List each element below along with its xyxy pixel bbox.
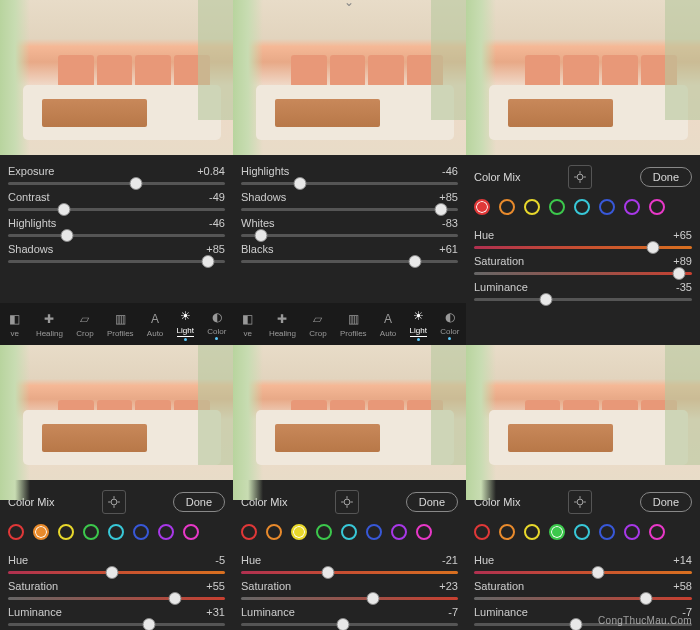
tool-auto[interactable]: A Auto — [147, 311, 163, 338]
highlights-slider[interactable] — [241, 182, 458, 185]
tool-light[interactable]: ☀ Light — [177, 308, 194, 341]
slider-thumb[interactable] — [434, 203, 447, 216]
target-adjust-button[interactable] — [335, 490, 359, 514]
hue-slider[interactable] — [8, 571, 225, 574]
tool-auto[interactable]: A Auto — [380, 311, 396, 338]
done-button[interactable]: Done — [640, 167, 692, 187]
slider-thumb[interactable] — [592, 566, 605, 579]
slider-thumb[interactable] — [201, 255, 214, 268]
done-button[interactable]: Done — [640, 492, 692, 512]
luminance-slider[interactable] — [474, 298, 692, 301]
slider-thumb[interactable] — [672, 267, 685, 280]
color-swatch[interactable] — [108, 524, 124, 540]
color-swatch[interactable] — [133, 524, 149, 540]
slider-thumb[interactable] — [640, 592, 653, 605]
slider-thumb[interactable] — [539, 293, 552, 306]
color-swatch[interactable] — [549, 524, 565, 540]
saturation-slider[interactable] — [241, 597, 458, 600]
color-swatch[interactable] — [158, 524, 174, 540]
slider-thumb[interactable] — [58, 203, 71, 216]
slider-thumb[interactable] — [130, 177, 143, 190]
color-swatch[interactable] — [58, 524, 74, 540]
saturation-slider[interactable] — [8, 597, 225, 600]
luminance-slider[interactable] — [241, 623, 458, 626]
preview-photo — [233, 345, 466, 480]
slider-thumb[interactable] — [106, 566, 119, 579]
tool-profiles[interactable]: ▥ Profiles — [107, 311, 134, 338]
color-swatch[interactable] — [574, 199, 590, 215]
done-button[interactable]: Done — [173, 492, 225, 512]
color-swatch[interactable] — [266, 524, 282, 540]
color-swatch[interactable] — [474, 524, 490, 540]
hue-slider[interactable] — [474, 571, 692, 574]
tool-healing[interactable]: ✚ Healing — [36, 311, 63, 338]
done-button[interactable]: Done — [406, 492, 458, 512]
color-swatch[interactable] — [83, 524, 99, 540]
target-adjust-button[interactable] — [568, 490, 592, 514]
color-swatch[interactable] — [241, 524, 257, 540]
hue-slider[interactable] — [474, 246, 692, 249]
tool-ve[interactable]: ◧ ve — [7, 311, 23, 338]
color-swatch[interactable] — [624, 199, 640, 215]
color-swatch[interactable] — [33, 524, 49, 540]
color-swatch[interactable] — [549, 199, 565, 215]
saturation-label: Saturation — [474, 580, 524, 592]
color-swatch[interactable] — [8, 524, 24, 540]
saturation-slider[interactable] — [474, 597, 692, 600]
color-swatch[interactable] — [599, 524, 615, 540]
target-adjust-button[interactable] — [102, 490, 126, 514]
whites-slider[interactable] — [241, 234, 458, 237]
color-swatch[interactable] — [649, 524, 665, 540]
slider-thumb[interactable] — [293, 177, 306, 190]
color-swatch[interactable] — [416, 524, 432, 540]
tool-color[interactable]: ◐ Color — [207, 309, 226, 340]
color-swatch[interactable] — [291, 524, 307, 540]
blacks-slider[interactable] — [241, 260, 458, 263]
color-swatch[interactable] — [499, 199, 515, 215]
ve-icon: ◧ — [7, 311, 23, 327]
color-swatch[interactable] — [474, 199, 490, 215]
tool-healing[interactable]: ✚ Healing — [269, 311, 296, 338]
tool-crop[interactable]: ▱ Crop — [309, 311, 326, 338]
hue-slider[interactable] — [241, 571, 458, 574]
drag-handle-icon[interactable] — [341, 3, 359, 7]
color-swatch[interactable] — [341, 524, 357, 540]
saturation-slider[interactable] — [474, 272, 692, 275]
bottom-toolbar: ◧ ve ✚ Healing ▱ Crop ▥ Profiles A Auto … — [0, 303, 233, 345]
color-swatch[interactable] — [649, 199, 665, 215]
shadows-slider[interactable] — [241, 208, 458, 211]
color-swatch[interactable] — [524, 199, 540, 215]
tool-label: Auto — [380, 329, 396, 338]
exposure-slider[interactable] — [8, 182, 225, 185]
slider-thumb[interactable] — [336, 618, 349, 630]
luminance-slider[interactable] — [8, 623, 225, 626]
slider-thumb[interactable] — [60, 229, 73, 242]
color-swatch[interactable] — [183, 524, 199, 540]
slider-thumb[interactable] — [169, 592, 182, 605]
color-swatch[interactable] — [391, 524, 407, 540]
slider-thumb[interactable] — [367, 592, 380, 605]
tool-color[interactable]: ◐ Color — [440, 309, 459, 340]
tool-label: Profiles — [107, 329, 134, 338]
target-adjust-button[interactable] — [568, 165, 592, 189]
color-swatch[interactable] — [499, 524, 515, 540]
slider-thumb[interactable] — [321, 566, 334, 579]
color-swatch[interactable] — [624, 524, 640, 540]
tool-light[interactable]: ☀ Light — [410, 308, 427, 341]
color-swatch[interactable] — [574, 524, 590, 540]
slider-thumb[interactable] — [646, 241, 659, 254]
slider-thumb[interactable] — [254, 229, 267, 242]
color-swatch[interactable] — [366, 524, 382, 540]
slider-thumb[interactable] — [143, 618, 156, 630]
slider-thumb[interactable] — [408, 255, 421, 268]
tool-crop[interactable]: ▱ Crop — [76, 311, 93, 338]
contrast-slider[interactable] — [8, 208, 225, 211]
shadows-slider[interactable] — [8, 260, 225, 263]
slider-thumb[interactable] — [570, 618, 583, 630]
color-swatch[interactable] — [599, 199, 615, 215]
tool-profiles[interactable]: ▥ Profiles — [340, 311, 367, 338]
color-swatch[interactable] — [316, 524, 332, 540]
highlights-slider[interactable] — [8, 234, 225, 237]
tool-ve[interactable]: ◧ ve — [240, 311, 256, 338]
color-swatch[interactable] — [524, 524, 540, 540]
